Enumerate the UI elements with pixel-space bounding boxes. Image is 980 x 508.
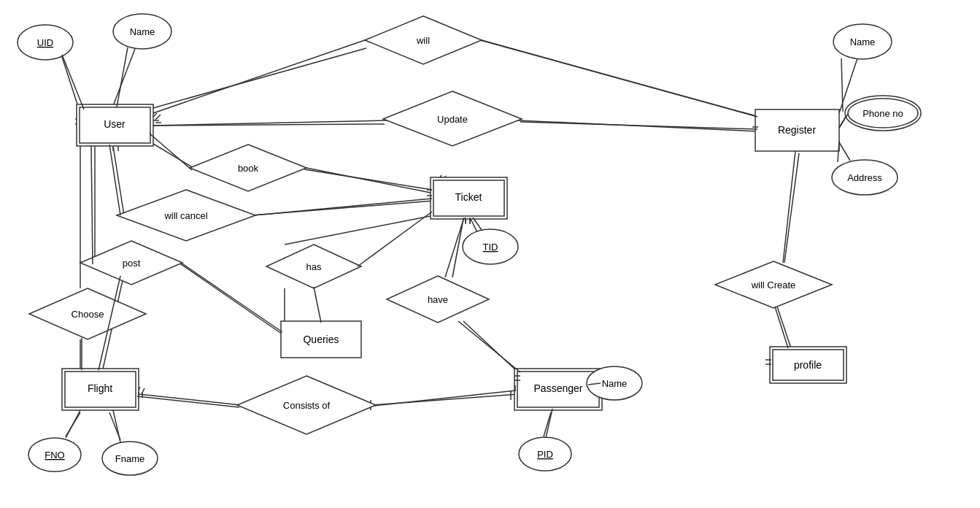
svg-line-93 bbox=[254, 199, 432, 215]
attr-pass-name: Name bbox=[587, 366, 642, 400]
attr-fname: Fname bbox=[102, 442, 158, 475]
entity-queries: Queries bbox=[281, 321, 361, 358]
svg-line-30 bbox=[777, 307, 792, 350]
entity-queries-label: Queries bbox=[303, 334, 339, 345]
attr-address: Address bbox=[832, 160, 898, 195]
relation-choose: Choose bbox=[29, 288, 146, 339]
svg-line-107 bbox=[113, 410, 120, 442]
relation-book: book bbox=[190, 145, 306, 191]
svg-line-109 bbox=[839, 114, 848, 128]
svg-line-98 bbox=[314, 287, 321, 323]
attr-fno-label: FNO bbox=[45, 450, 64, 461]
svg-line-28 bbox=[839, 142, 850, 161]
svg-line-84 bbox=[62, 55, 84, 109]
relation-consists-of-label: Consists of bbox=[283, 400, 331, 411]
entity-profile: profile bbox=[770, 347, 846, 383]
svg-line-111 bbox=[783, 151, 795, 263]
entity-ticket-label: Ticket bbox=[455, 191, 482, 203]
entity-flight: Flight bbox=[62, 369, 139, 410]
svg-line-87 bbox=[480, 40, 757, 117]
relation-has: has bbox=[266, 245, 361, 288]
attr-user-name-label: Name bbox=[130, 26, 155, 37]
svg-line-112 bbox=[775, 307, 788, 348]
relation-will-cancel: will cancel bbox=[117, 190, 255, 241]
svg-line-32 bbox=[155, 115, 161, 120]
svg-line-101 bbox=[458, 321, 520, 372]
svg-line-2 bbox=[153, 40, 365, 113]
er-diagram-svg: User Ticket Register Flight Passenger bbox=[0, 0, 980, 508]
attr-reg-name: Name bbox=[833, 24, 892, 59]
er-diagram-container: User Ticket Register Flight Passenger bbox=[0, 0, 980, 508]
relation-will: will bbox=[365, 16, 482, 64]
entity-ticket: Ticket bbox=[431, 177, 507, 219]
relation-update: Update bbox=[383, 91, 522, 146]
svg-line-85 bbox=[117, 47, 128, 107]
attr-pid: PID bbox=[519, 437, 571, 471]
attr-uid: UID bbox=[18, 25, 73, 60]
svg-line-29 bbox=[784, 153, 799, 263]
attr-pid-label: PID bbox=[537, 449, 553, 460]
svg-line-95 bbox=[181, 263, 282, 332]
entity-flight-label: Flight bbox=[88, 382, 112, 394]
svg-line-99 bbox=[358, 212, 432, 266]
svg-line-102 bbox=[137, 396, 239, 407]
svg-line-86 bbox=[153, 48, 366, 108]
relation-will-label: will bbox=[416, 35, 430, 46]
entity-user-label: User bbox=[104, 118, 126, 130]
relation-update-label: Update bbox=[437, 114, 468, 125]
attr-tid: TID bbox=[463, 229, 518, 264]
svg-line-7 bbox=[306, 168, 434, 193]
attr-user-name: Name bbox=[113, 14, 171, 49]
svg-line-91 bbox=[304, 169, 432, 190]
relation-choose-label: Choose bbox=[72, 309, 104, 320]
svg-line-108 bbox=[841, 58, 843, 112]
svg-line-16 bbox=[285, 215, 434, 245]
svg-line-19 bbox=[463, 321, 518, 372]
svg-line-1 bbox=[113, 49, 135, 106]
relation-will-cancel-label: will cancel bbox=[163, 210, 207, 221]
svg-line-94 bbox=[91, 146, 93, 264]
relation-has-label: has bbox=[306, 261, 322, 272]
attr-fname-label: Fname bbox=[115, 453, 144, 464]
svg-line-105 bbox=[546, 409, 552, 438]
attr-address-label: Address bbox=[847, 172, 882, 183]
attr-phone-no-label: Phone no bbox=[863, 108, 903, 119]
svg-line-22 bbox=[139, 394, 241, 405]
relation-will-create: will Create bbox=[715, 261, 832, 308]
svg-line-11 bbox=[179, 263, 285, 336]
relation-will-create-label: will Create bbox=[751, 280, 796, 290]
relation-book-label: book bbox=[238, 163, 259, 174]
svg-line-106 bbox=[66, 410, 80, 438]
attr-reg-name-label: Name bbox=[850, 36, 876, 47]
attr-uid-label: UID bbox=[37, 37, 53, 48]
svg-line-89 bbox=[520, 122, 757, 129]
entity-register: Register bbox=[755, 109, 839, 151]
attr-tid-label: TID bbox=[483, 242, 498, 253]
relation-have-label: have bbox=[428, 294, 448, 305]
svg-line-90 bbox=[150, 134, 192, 170]
attr-fno: FNO bbox=[28, 438, 81, 472]
attr-phone-no: Phone no bbox=[845, 96, 921, 131]
entity-passenger-label: Passenger bbox=[534, 382, 583, 394]
entity-profile-label: profile bbox=[794, 359, 822, 371]
relation-post: post bbox=[80, 241, 182, 285]
relation-post-label: post bbox=[123, 258, 141, 269]
svg-line-103 bbox=[374, 390, 516, 406]
entity-user: User bbox=[77, 104, 153, 146]
attr-pass-name-label: Name bbox=[602, 378, 628, 389]
relation-consists-of: Consists of bbox=[237, 376, 376, 434]
relation-have: have bbox=[387, 276, 489, 323]
entity-register-label: Register bbox=[778, 124, 816, 136]
